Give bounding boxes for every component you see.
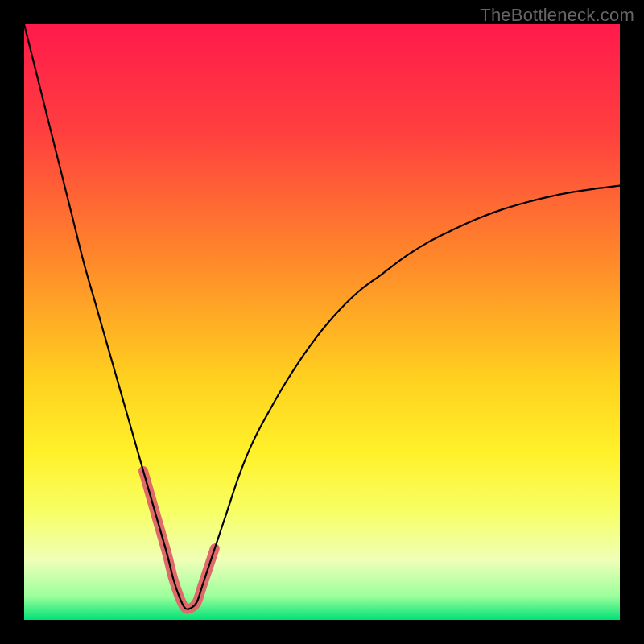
chart-frame: TheBottleneck.com: [0, 0, 644, 644]
watermark-text: TheBottleneck.com: [480, 5, 634, 26]
bottleneck-chart: [24, 24, 620, 620]
gradient-background: [24, 24, 620, 620]
plot-area: [24, 24, 620, 620]
